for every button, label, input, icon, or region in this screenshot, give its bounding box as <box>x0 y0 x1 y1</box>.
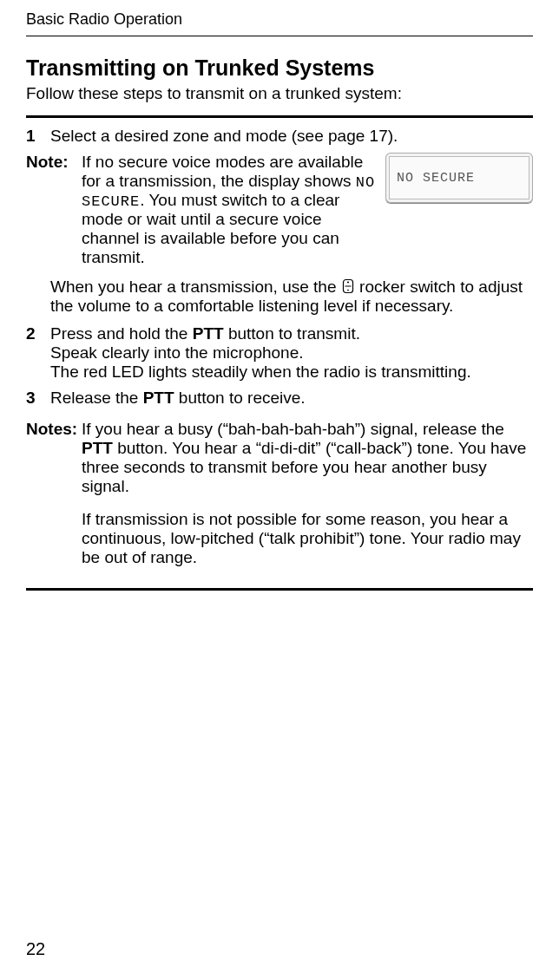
s2-line1b: button to transmit. <box>224 324 360 343</box>
step-number: 1 <box>26 127 50 146</box>
header-rule <box>26 36 533 36</box>
s2-line2: Speak clearly into the microphone. <box>50 343 304 362</box>
radio-display-graphic: NO SECURE <box>385 153 533 203</box>
step-number: 2 <box>26 324 50 343</box>
s2-line1a: Press and hold the <box>50 324 193 343</box>
s3-a: Release the <box>50 389 143 407</box>
rocker-switch-icon <box>342 278 354 294</box>
notes-p2: If transmission is not possible for some… <box>82 510 533 567</box>
bottom-thick-rule <box>26 588 533 591</box>
note-label: Note: <box>26 153 82 172</box>
step-1: 1 Select a desired zone and mode (see pa… <box>26 127 533 146</box>
s3-b: button to receive. <box>174 389 306 407</box>
notes-text: If you hear a busy (“bah-bah-bah-bah”) s… <box>82 420 533 581</box>
step-text: Select a desired zone and mode (see page… <box>50 127 533 146</box>
top-thick-rule <box>26 115 533 118</box>
notes-block: Notes: If you hear a busy (“bah-bah-bah-… <box>26 420 533 581</box>
running-header: Basic Radio Operation <box>26 10 533 29</box>
notes-p1: If you hear a busy (“bah-bah-bah-bah”) s… <box>82 420 533 496</box>
step-2: 2 Press and hold the PTT button to trans… <box>26 324 533 382</box>
notes-p1b: button. You hear a “di-di-dit” (“call-ba… <box>82 439 526 495</box>
step-text: Release the PTT button to receive. <box>50 389 533 408</box>
note-text-a: If no secure voice modes are available f… <box>82 153 363 190</box>
page-number: 22 <box>26 939 45 959</box>
notes-label: Notes: <box>26 420 82 439</box>
step-3: 3 Release the PTT button to receive. <box>26 389 533 408</box>
volume-paragraph: When you hear a transmission, use the ro… <box>50 278 533 316</box>
radio-display-text: NO SECURE <box>389 156 529 199</box>
note-body: If no secure voice modes are available f… <box>82 153 533 267</box>
section-title: Transmitting on Trunked Systems <box>26 56 533 81</box>
step-number: 3 <box>26 389 50 408</box>
ptt-label: PTT <box>82 439 113 457</box>
volume-text-a: When you hear a transmission, use the <box>50 278 341 296</box>
step-text: Press and hold the PTT button to transmi… <box>50 324 533 382</box>
note-text: If no secure voice modes are available f… <box>82 153 377 267</box>
ptt-label: PTT <box>193 324 224 343</box>
notes-p1a: If you hear a busy (“bah-bah-bah-bah”) s… <box>82 420 504 438</box>
note-block: Note: If no secure voice modes are avail… <box>26 153 533 267</box>
intro-text: Follow these steps to transmit on a trun… <box>26 84 533 103</box>
ptt-label: PTT <box>143 389 174 407</box>
page: Basic Radio Operation Transmitting on Tr… <box>0 0 559 980</box>
s2-line3: The red LED lights steadily when the rad… <box>50 363 471 381</box>
